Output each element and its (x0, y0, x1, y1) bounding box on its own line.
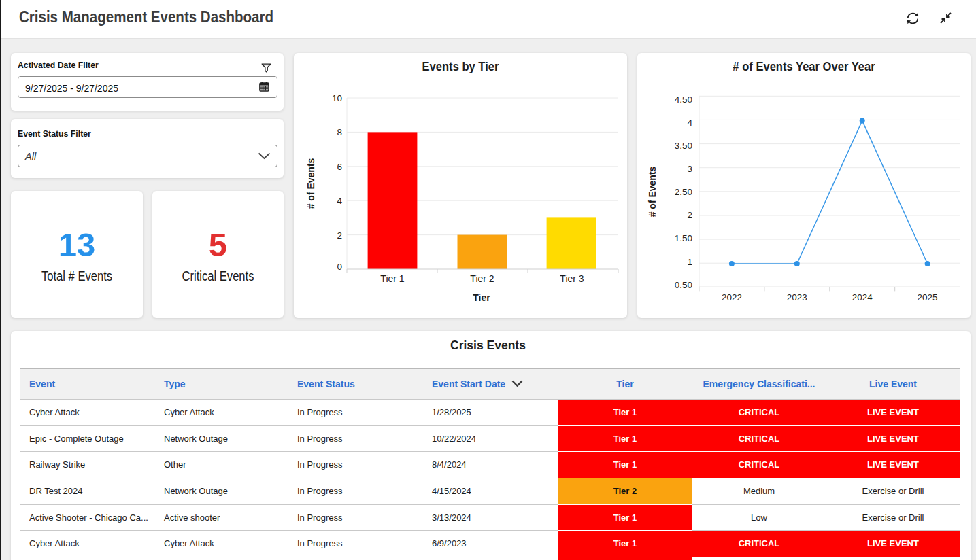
svg-text:# of Events: # of Events (647, 166, 658, 217)
svg-text:3: 3 (687, 164, 692, 174)
svg-text:0.50: 0.50 (675, 280, 692, 290)
svg-text:2.50: 2.50 (675, 187, 692, 197)
svg-text:0: 0 (337, 262, 342, 272)
svg-text:2025: 2025 (918, 292, 938, 302)
svg-text:2024: 2024 (852, 292, 873, 302)
svg-text:2: 2 (687, 210, 692, 220)
svg-text:2022: 2022 (722, 292, 742, 302)
svg-text:Tier: Tier (473, 292, 490, 303)
svg-text:4.50: 4.50 (675, 94, 692, 105)
svg-text:Tier 2: Tier 2 (470, 273, 494, 284)
svg-text:4: 4 (337, 196, 342, 206)
svg-text:2023: 2023 (787, 292, 807, 302)
svg-text:4: 4 (687, 118, 692, 128)
svg-text:8: 8 (337, 127, 342, 137)
svg-text:1.50: 1.50 (675, 233, 692, 243)
svg-text:10: 10 (332, 93, 342, 103)
svg-text:2: 2 (337, 230, 342, 241)
svg-text:3.50: 3.50 (675, 141, 692, 151)
svg-text:Tier 1: Tier 1 (380, 273, 404, 284)
svg-text:# of Events: # of Events (305, 158, 316, 209)
svg-text:6: 6 (337, 162, 342, 172)
svg-text:Tier 3: Tier 3 (560, 273, 584, 284)
svg-text:1: 1 (687, 257, 692, 267)
